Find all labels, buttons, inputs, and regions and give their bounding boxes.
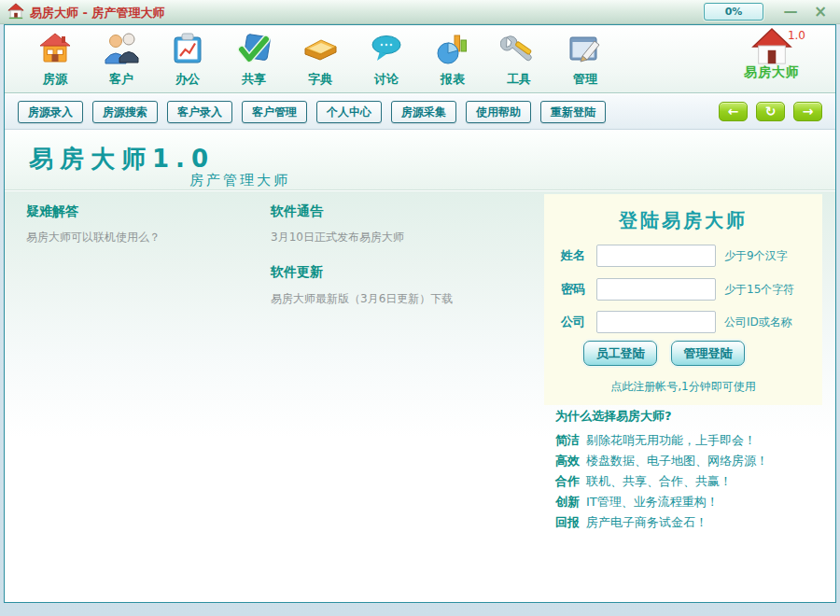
notice-item[interactable]: 3月10日正式发布易房大师 [271,230,404,245]
update-item[interactable]: 易房大师最新版（3月6日更新）下载 [271,291,453,307]
login-title: 登陆易房大师 [544,208,822,233]
toolbar-item-office[interactable]: 办公 [158,31,217,92]
banner-subtitle: 房产管理大师 [189,172,290,189]
nav-arrow-group: ← ↻ → [719,102,822,121]
faq-item[interactable]: 易房大师可以联机使用么？ [26,230,161,245]
password-hint: 少于15个字符 [724,282,794,298]
logo-version: 1.0 [788,29,805,42]
house-icon [25,31,85,70]
login-panel: 登陆易房大师 姓名 少于9个汉字 密码 少于15个字符 公司 公司ID或名称 员… [544,194,822,405]
name-input[interactable] [596,245,716,267]
toolbar-item-label: 字典 [290,71,350,88]
notice-heading: 软件通告 [271,203,323,220]
quick-button-personal-center[interactable]: 个人中心 [316,101,382,123]
forward-icon[interactable]: → [793,102,822,121]
quick-button-help[interactable]: 使用帮助 [466,101,531,123]
admin-login-button[interactable]: 管理登陆 [671,341,745,366]
toolbar-item-dictionary[interactable]: 字典 [290,31,350,92]
why-item-efficient: 高效楼盘数据、电子地图、网络房源！ [555,453,768,469]
report-icon [423,31,483,70]
main-panel: 房源 客户 [4,24,836,603]
toolbar-item-discussion[interactable]: 讨论 [357,31,416,92]
update-heading: 软件更新 [271,264,323,281]
password-label: 密码 [561,281,596,298]
back-icon[interactable]: ← [719,102,748,121]
faq-heading: 疑难解答 [26,203,78,220]
why-heading: 为什么选择易房大师? [555,408,672,425]
toolbar-item-label: 客户 [91,71,151,88]
content-area: 疑难解答 易房大师可以联机使用么？ 软件通告 3月10日正式发布易房大师 软件更… [5,191,835,602]
why-item-cooperation: 合作联机、共享、合作、共赢！ [555,473,732,490]
share-icon [224,31,284,70]
toolbar-item-housing[interactable]: 房源 [25,31,85,92]
quick-button-listing-search[interactable]: 房源搜索 [92,101,158,123]
banner: 易房大师1.0 房产管理大师 [5,131,835,190]
why-item-simple: 简洁剔除花哨无用功能，上手即会！ [555,432,756,449]
toolbar-item-label: 管理 [555,71,615,88]
employee-login-button[interactable]: 员工登陆 [583,341,657,366]
why-text: IT管理、业务流程重构！ [586,495,719,509]
office-icon [158,31,217,70]
why-text: 房产电子商务试金石！ [586,515,707,529]
refresh-icon[interactable]: ↻ [756,102,785,121]
customers-icon [91,31,151,70]
app-house-icon [7,3,24,20]
main-toolbar: 房源 客户 [5,25,835,93]
quick-button-relogin[interactable]: 重新登陆 [540,101,606,123]
quick-button-listing-entry[interactable]: 房源录入 [18,101,83,123]
logo-name: 易房大师 [733,64,811,81]
minimize-button[interactable]: — [780,2,801,21]
discussion-icon [357,31,416,70]
toolbar-item-share[interactable]: 共享 [224,31,284,92]
toolbar-item-tools[interactable]: 工具 [489,31,549,92]
why-tag: 简洁 [555,433,580,447]
login-row-password: 密码 少于15个字符 [561,277,794,301]
why-tag: 合作 [555,474,580,488]
close-button[interactable]: × [810,2,831,21]
toolbar-item-label: 办公 [158,71,217,88]
company-input[interactable] [596,311,716,333]
login-row-company: 公司 公司ID或名称 [561,310,792,334]
quick-button-listing-collect[interactable]: 房源采集 [391,101,456,123]
quick-button-customer-manage[interactable]: 客户管理 [242,101,307,123]
dictionary-icon [290,31,350,70]
login-row-name: 姓名 少于9个汉字 [561,244,788,268]
tools-icon [489,31,549,70]
why-text: 楼盘数据、电子地图、网络房源！ [586,454,768,468]
why-tag: 高效 [555,454,580,468]
name-hint: 少于9个汉字 [724,248,788,264]
banner-title: 易房大师1.0 [29,143,215,175]
manage-icon [555,31,615,70]
toolbar-item-reports[interactable]: 报表 [423,31,483,92]
why-item-innovation: 创新IT管理、业务流程重构！ [555,494,719,511]
register-link[interactable]: 点此注册帐号,1分钟即可使用 [544,379,822,395]
quick-button-customer-entry[interactable]: 客户录入 [167,101,232,123]
toolbar-item-label: 报表 [423,71,483,88]
toolbar-item-label: 讨论 [357,71,416,88]
quick-button-bar: 房源录入 房源搜索 客户录入 客户管理 个人中心 房源采集 使用帮助 重新登陆 … [5,94,835,130]
progress-indicator[interactable]: 0% [704,3,763,21]
why-tag: 创新 [555,495,580,509]
app-window: 易房大师 - 房产管理大师 0% — × 房源 [0,0,840,616]
window-title: 易房大师 - 房产管理大师 [30,5,164,21]
toolbar-item-customers[interactable]: 客户 [91,31,151,92]
name-label: 姓名 [561,247,596,264]
toolbar-item-admin[interactable]: 管理 [555,31,615,92]
why-text: 剔除花哨无用功能，上手即会！ [586,433,756,447]
password-input[interactable] [596,278,716,301]
toolbar-item-label: 房源 [25,71,85,88]
app-logo: 1.0 易房大师 [733,27,811,81]
why-text: 联机、共享、合作、共赢！ [586,474,732,488]
why-item-return: 回报房产电子商务试金石！ [555,514,707,531]
company-label: 公司 [561,314,596,330]
toolbar-item-label: 共享 [224,71,284,88]
title-bar: 易房大师 - 房产管理大师 0% — × [0,0,840,24]
company-hint: 公司ID或名称 [724,315,792,330]
toolbar-item-label: 工具 [489,71,549,88]
why-tag: 回报 [555,515,580,529]
